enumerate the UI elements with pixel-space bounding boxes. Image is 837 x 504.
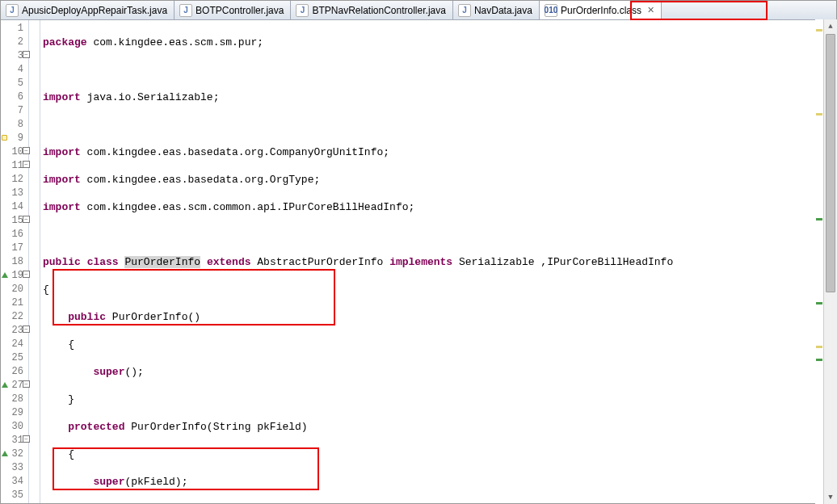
- fold-icon[interactable]: −: [23, 216, 30, 223]
- line-number: 33: [1, 461, 28, 475]
- tab-botp[interactable]: J BOTPController.java: [175, 1, 291, 19]
- tab-label: PurOrderInfo.class: [561, 5, 641, 16]
- line-number: 5: [1, 77, 28, 90]
- line-number: 22: [1, 310, 28, 324]
- scroll-up-icon[interactable]: ▲: [824, 19, 837, 33]
- tab-label: BOTPController.java: [196, 5, 284, 16]
- line-number: 19−: [1, 269, 28, 283]
- line-number: 10−: [1, 145, 28, 159]
- override-marker-icon[interactable]: [2, 272, 8, 278]
- line-number: 28: [1, 393, 28, 406]
- line-number: 32: [1, 447, 28, 461]
- line-number: 24: [1, 338, 28, 351]
- marker-tick: [816, 29, 822, 32]
- line-number: 9: [1, 132, 28, 145]
- marker-tick: [816, 218, 822, 220]
- editor-tab-bar: J ApusicDeployAppRepairTask.java J BOTPC…: [1, 1, 836, 20]
- fold-icon[interactable]: −: [23, 380, 30, 388]
- overview-ruler[interactable]: [815, 19, 823, 504]
- code-editor[interactable]: package com.kingdee.eas.scm.sm.pur; impo…: [40, 20, 836, 503]
- tab-navdata[interactable]: J NavData.java: [453, 1, 540, 19]
- line-number: 15−: [1, 214, 28, 228]
- line-number: 13: [1, 187, 28, 200]
- editor-area: 1 2 3− 4 5 6 7 8 9 10− 11− 12 13 14 15− …: [1, 20, 836, 503]
- marker-tick: [816, 359, 822, 361]
- line-number: 2: [1, 36, 28, 49]
- close-icon[interactable]: ✕: [647, 5, 654, 15]
- line-number: 14: [1, 200, 28, 214]
- line-number: 18: [1, 255, 28, 269]
- line-number: 4: [1, 63, 28, 77]
- line-number: 8: [1, 118, 28, 132]
- fold-icon[interactable]: −: [23, 271, 30, 278]
- fold-icon[interactable]: −: [23, 147, 30, 154]
- tab-label: NavData.java: [474, 5, 532, 16]
- line-number: 20: [1, 283, 28, 296]
- java-file-icon: J: [296, 4, 309, 17]
- line-number: 12: [1, 173, 28, 187]
- line-number: 30: [1, 420, 28, 434]
- tab-purorderinfo[interactable]: 010 PurOrderInfo.class ✕: [540, 1, 662, 19]
- tab-btpnav[interactable]: J BTPNavRelationController.java: [291, 1, 452, 19]
- line-number: 7: [1, 104, 28, 118]
- line-number: 27−: [1, 379, 28, 393]
- fold-icon[interactable]: −: [23, 51, 30, 58]
- line-number: 17: [1, 242, 28, 255]
- line-number: 23−: [1, 324, 28, 338]
- fold-icon[interactable]: −: [23, 161, 30, 168]
- line-number: 6: [1, 90, 28, 104]
- line-number: 1: [1, 22, 28, 36]
- line-number-gutter: 1 2 3− 4 5 6 7 8 9 10− 11− 12 13 14 15− …: [1, 20, 28, 503]
- folding-strip: [29, 20, 40, 503]
- marker-tick: [816, 113, 822, 116]
- line-number: 3−: [1, 49, 28, 63]
- fold-icon[interactable]: −: [23, 435, 30, 443]
- tab-apusic[interactable]: J ApusicDeployAppRepairTask.java: [1, 1, 175, 19]
- line-number: 16: [1, 228, 28, 242]
- java-file-icon: J: [179, 4, 192, 17]
- java-file-icon: J: [6, 4, 19, 17]
- warning-marker-icon[interactable]: [2, 135, 7, 141]
- fold-icon[interactable]: −: [23, 326, 30, 333]
- override-marker-icon[interactable]: [2, 382, 8, 388]
- line-number: 29: [1, 406, 28, 420]
- scroll-down-icon[interactable]: ▼: [824, 490, 837, 504]
- line-number: 21: [1, 296, 28, 310]
- override-marker-icon[interactable]: [2, 451, 8, 456]
- vertical-scrollbar[interactable]: ▲ ▼: [823, 19, 837, 504]
- line-number: 35: [1, 489, 28, 502]
- line-number: 31−: [1, 434, 28, 447]
- tab-label: BTPNavRelationController.java: [312, 5, 445, 16]
- line-number: 26: [1, 365, 28, 379]
- tab-label: ApusicDeployAppRepairTask.java: [22, 5, 167, 16]
- java-file-icon: J: [458, 4, 471, 17]
- line-number: 11−: [1, 159, 28, 173]
- line-number: 34: [1, 475, 28, 489]
- class-file-icon: 010: [545, 4, 557, 17]
- line-number: 25: [1, 351, 28, 365]
- marker-tick: [816, 346, 822, 348]
- scrollbar-thumb[interactable]: [826, 34, 835, 292]
- marker-tick: [816, 302, 822, 304]
